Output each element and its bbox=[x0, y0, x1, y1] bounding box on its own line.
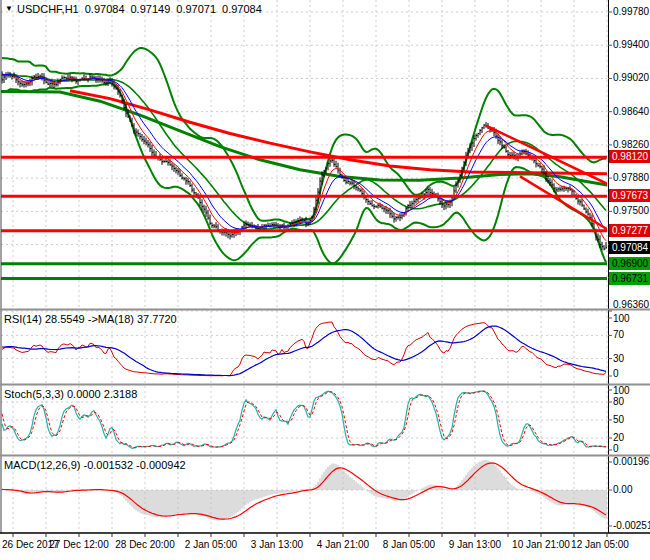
main-chart-panel[interactable] bbox=[0, 0, 608, 308]
mt4-chart-window: ▼ USDCHF,H10.970840.971490.970710.97084 … bbox=[0, 0, 650, 560]
rsi-panel[interactable] bbox=[0, 311, 608, 383]
stoch-panel[interactable] bbox=[0, 386, 608, 455]
macd-panel[interactable] bbox=[0, 457, 608, 532]
chart-menu-arrow-icon[interactable]: ▼ bbox=[5, 4, 13, 13]
